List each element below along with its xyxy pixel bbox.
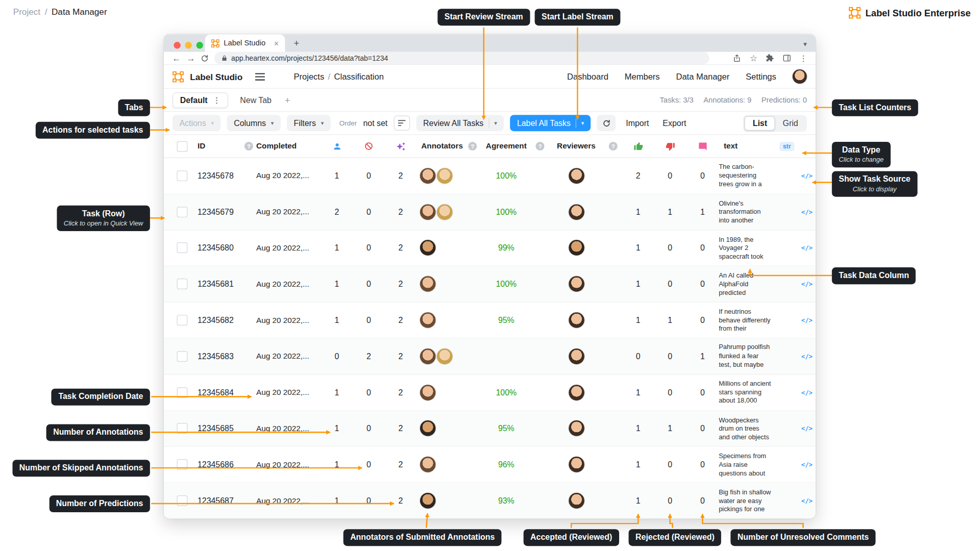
forward-button[interactable]: → [186,54,195,62]
list-view-button[interactable]: List [745,116,775,130]
reload-button[interactable] [201,54,209,62]
column-header-comments[interactable] [686,141,719,151]
task-text: Specimens from Asia raise questions abou… [719,452,775,478]
callout-show-task-source: Show Task Source Click to display [832,171,917,197]
user-avatar[interactable] [793,69,807,84]
back-button[interactable]: ← [172,54,181,62]
row-checkbox[interactable] [177,243,187,254]
table-row[interactable]: 12345678 Aug 20 2022,... 1 0 2 100% 2 0 … [164,158,816,194]
table-row[interactable]: 12345683 Aug 20 2022,... 0 2 2 0 0 1 Pah… [164,339,816,375]
nav-settings[interactable]: Settings [746,72,776,81]
column-header-accepted[interactable] [623,141,654,151]
sort-order-button[interactable] [394,116,410,131]
column-header-completed[interactable]: Completed [256,142,321,151]
share-icon[interactable] [733,54,742,62]
grid-view-button[interactable]: Grid [775,116,805,130]
task-source-button[interactable]: </> [799,281,815,287]
tab-new-tab[interactable]: New Tab [233,93,279,107]
row-checkbox[interactable] [177,423,187,434]
task-source-button[interactable]: </> [799,244,815,251]
task-source-button[interactable]: </> [799,425,815,432]
tab-options-kebab-icon[interactable]: ⋮ [212,95,220,105]
new-browser-tab-button[interactable]: + [294,37,300,48]
browser-tab[interactable]: Label Studio × [205,34,285,52]
task-source-button[interactable]: </> [799,497,815,504]
actions-button[interactable]: Actions ▾ [173,115,220,131]
task-completed-date: Aug 20 2022,... [256,460,321,469]
bookmark-star-icon[interactable]: ☆ [750,53,757,63]
row-checkbox[interactable] [177,315,187,325]
task-source-button[interactable]: </> [799,389,815,395]
table-row[interactable]: 12345681 Aug 20 2022,... 1 0 2 100% 1 0 … [164,266,816,303]
annotators-cell [416,493,464,509]
annotations-count: 1 [321,460,352,469]
columns-button[interactable]: Columns ▾ [227,115,281,131]
nav-data-manager[interactable]: Data Manager [676,72,729,81]
table-row[interactable]: 12345680 Aug 20 2022,... 1 0 2 99% 1 0 0… [164,230,816,266]
side-panel-icon[interactable] [782,54,791,62]
table-row[interactable]: 12345686 Aug 20 2022,... 1 0 2 96% 1 0 0… [164,447,816,483]
column-header-skipped[interactable] [353,142,385,151]
column-header-predictions[interactable] [385,141,416,151]
table-row[interactable]: 12345684 Aug 20 2022,... 1 0 2 100% 1 0 … [164,374,816,411]
task-source-button[interactable]: </> [799,172,815,179]
callout-accepted-reviewed: Accepted (Reviewed) [524,529,619,546]
row-checkbox[interactable] [177,495,187,506]
chevron-down-icon[interactable]: ▾ [581,120,584,126]
column-header-agreement[interactable]: Agreement [481,142,531,151]
table-row[interactable]: 12345682 Aug 20 2022,... 1 0 2 95% 1 1 0… [164,303,816,339]
column-header-reviewers[interactable]: Reviewers [549,142,604,151]
chevron-down-icon: ▾ [321,120,324,126]
row-checkbox[interactable] [177,170,187,181]
agreement-value: 100% [481,171,531,180]
minimize-window-button[interactable] [185,42,191,48]
extensions-icon[interactable] [766,54,774,62]
table-row[interactable]: 12345679 Aug 20 2022,... 2 0 2 100% 1 1 … [164,194,816,231]
column-header-rejected[interactable] [654,141,687,151]
filters-button[interactable]: Filters ▾ [287,115,331,131]
row-checkbox[interactable] [177,459,187,470]
task-source-button[interactable]: </> [799,461,815,468]
maximize-window-button[interactable] [196,42,203,48]
nav-members[interactable]: Members [625,72,660,81]
task-source-button[interactable]: </> [799,353,815,360]
crumb-projects[interactable]: Projects [294,72,325,81]
close-tab-icon[interactable]: × [274,38,279,47]
table-row[interactable]: 12345685 Aug 20 2022,... 1 0 2 95% 1 1 0… [164,411,816,447]
tab-list-chevron-icon[interactable]: ▾ [803,40,807,48]
column-header-id[interactable]: ID [191,142,241,151]
row-checkbox[interactable] [177,351,187,362]
address-bar[interactable]: app.heartex.com/projects/123456/data?tab… [214,52,709,64]
tab-default[interactable]: Default ⋮ [173,92,228,108]
reviewers-cell [549,204,604,220]
table-row[interactable]: 12345687 Aug 20 2022,... 1 0 2 93% 1 0 0… [164,483,816,519]
nav-dashboard[interactable]: Dashboard [567,72,608,81]
skipped-count: 0 [353,496,385,505]
app-title[interactable]: Label Studio [190,71,242,82]
browser-menu-icon[interactable]: ⋮ [799,54,807,63]
add-tab-button[interactable]: + [285,95,290,106]
row-checkbox[interactable] [177,279,187,289]
data-type-badge[interactable]: str [779,141,794,151]
task-source-button[interactable]: </> [799,317,815,323]
label-all-tasks-button[interactable]: Label All Tasks ▾ [510,115,591,131]
hamburger-menu-icon[interactable] [255,73,265,81]
row-checkbox[interactable] [177,387,187,398]
task-completed-date: Aug 20 2022,... [256,424,321,433]
column-header-annotators[interactable]: Annotators [416,142,464,151]
order-value[interactable]: not set [363,118,387,128]
task-source-button[interactable]: </> [799,209,815,215]
close-window-button[interactable] [174,42,180,48]
task-id: 12345680 [191,243,241,253]
breadcrumb-parent[interactable]: Project [13,7,40,17]
export-button[interactable]: Export [659,118,690,128]
select-all-checkbox[interactable] [177,141,187,152]
import-button[interactable]: Import [622,118,653,128]
accepted-count: 1 [623,207,654,216]
review-all-tasks-button[interactable]: Review All Tasks ▾ [416,115,504,131]
column-header-text[interactable]: text [719,142,775,151]
refresh-button[interactable] [597,115,616,131]
column-header-annotations[interactable] [321,141,352,151]
row-checkbox[interactable] [177,207,187,217]
chevron-down-icon[interactable]: ▾ [494,120,497,126]
